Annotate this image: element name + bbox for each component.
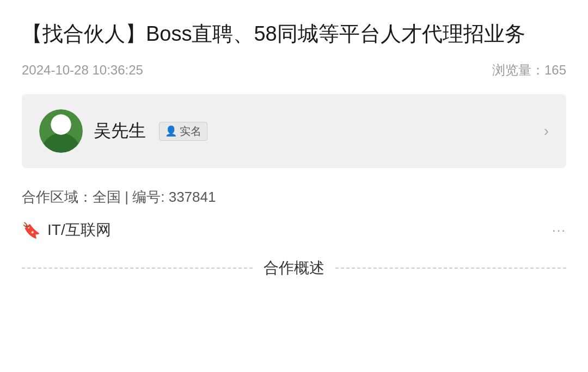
author-name: 吴先生 [94, 119, 146, 143]
page-container: 【找合伙人】Boss直聘、58同城等平台人才代理招业务 2024-10-28 1… [0, 0, 588, 372]
cooperation-area-value: 全国 [93, 189, 121, 205]
post-title: 【找合伙人】Boss直聘、58同城等平台人才代理招业务 [22, 20, 566, 48]
author-card[interactable]: 吴先生 👤 实名 › [22, 94, 566, 168]
view-count-value: 165 [544, 63, 566, 77]
separator: | [125, 189, 128, 205]
id-value: 337841 [169, 189, 216, 205]
avatar-image [39, 109, 83, 153]
verified-person-icon: 👤 [165, 125, 177, 137]
verified-badge: 👤 实名 [159, 122, 207, 141]
more-options-icon[interactable]: ··· [552, 222, 566, 238]
category-left: 🔖 IT/互联网 [22, 220, 111, 240]
post-date: 2024-10-28 10:36:25 [22, 63, 143, 78]
cooperation-area-label: 合作区域： [22, 189, 93, 205]
title-section: 【找合伙人】Boss直聘、58同城等平台人才代理招业务 [22, 20, 566, 48]
avatar [39, 109, 83, 153]
meta-row: 2024-10-28 10:36:25 浏览量：165 [22, 61, 566, 79]
view-label: 浏览量： [492, 63, 544, 77]
category-text: IT/互联网 [47, 220, 111, 240]
cooperation-area-row: 合作区域：全国 | 编号: 337841 [22, 188, 566, 207]
divider-right [335, 268, 566, 269]
author-left: 吴先生 👤 实名 [39, 109, 207, 153]
info-section: 合作区域：全国 | 编号: 337841 [22, 188, 566, 207]
section-divider: 合作概述 [22, 258, 566, 278]
verified-label: 实名 [180, 124, 201, 139]
id-label: 编号: [132, 189, 168, 205]
chevron-right-icon: › [544, 122, 549, 140]
category-row: 🔖 IT/互联网 ··· [22, 220, 566, 240]
divider-left [22, 268, 253, 269]
author-name-wrapper: 吴先生 👤 实名 [94, 119, 207, 143]
bookmark-icon: 🔖 [22, 221, 41, 239]
section-title-cooperation-overview: 合作概述 [264, 258, 324, 278]
view-count: 浏览量：165 [492, 61, 566, 79]
